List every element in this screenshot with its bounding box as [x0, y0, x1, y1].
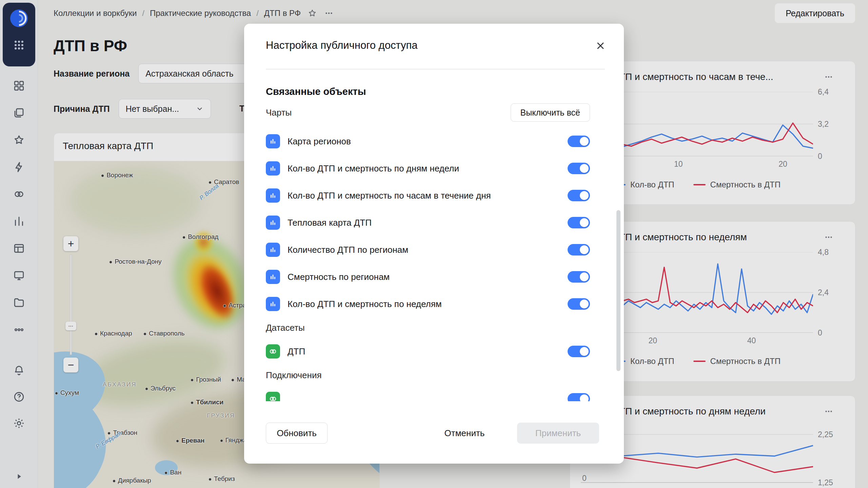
refresh-button[interactable]: Обновить [266, 423, 328, 444]
chart-type-icon [266, 188, 280, 203]
chart-type-icon [266, 216, 280, 230]
toggle-row: Карта регионов [266, 128, 590, 155]
chart-type-icon [266, 243, 280, 257]
toggle-switch[interactable] [568, 271, 590, 283]
dataset-icon [266, 344, 280, 359]
toggle-row-label: Кол-во ДТП и смертность по часам в течен… [288, 190, 568, 201]
toggle-row-label: ДТП [288, 346, 568, 357]
toggle-row-label: Количество ДТП по регионам [288, 245, 568, 255]
toggle-switch[interactable] [568, 190, 590, 201]
toggle-row: Тепловая карта ДТП [266, 209, 590, 236]
toggle-row: Смертность по регионам [266, 263, 590, 290]
toggle-switch[interactable] [568, 298, 590, 310]
toggle-row: Кол-во ДТП и смертность по неделям [266, 290, 590, 318]
disable-all-button[interactable]: Выключить всё [511, 103, 590, 122]
chart-type-icon [266, 134, 280, 148]
toggle-switch[interactable] [568, 244, 590, 256]
toggle-switch[interactable] [568, 136, 590, 147]
toggle-switch[interactable] [568, 346, 590, 357]
toggle-row-label: Смертность по регионам [288, 272, 568, 282]
toggle-row: Кол-во ДТП и смертность по дням недели [266, 155, 590, 182]
connection-icon [266, 392, 280, 401]
toggle-row [266, 385, 590, 401]
toggle-row: Кол-во ДТП и смертность по часам в течен… [266, 182, 590, 209]
public-access-dialog: Настройка публичного доступа Связанные о… [244, 24, 624, 464]
toggle-row-label: Тепловая карта ДТП [288, 218, 568, 228]
charts-toggle-list: Карта регионов Кол-во ДТП и смертность п… [266, 128, 590, 318]
toggle-switch[interactable] [568, 393, 590, 401]
toggle-row-label: Карта регионов [288, 136, 568, 147]
chart-type-icon [266, 161, 280, 176]
charts-group-label: Чарты [266, 107, 292, 118]
connections-group-label: Подключения [266, 365, 590, 385]
toggle-row: Количество ДТП по регионам [266, 236, 590, 263]
cancel-button[interactable]: Отменить [438, 423, 491, 444]
chart-type-icon [266, 297, 280, 311]
toggle-row-label: Кол-во ДТП и смертность по неделям [288, 299, 568, 309]
toggle-switch[interactable] [568, 163, 590, 174]
dialog-title: Настройка публичного доступа [266, 39, 418, 52]
screen: Коллекции и воркбуки / Практические руко… [0, 0, 868, 488]
chart-type-icon [266, 270, 280, 284]
dialog-body: Связанные объекты Чарты Выключить всё Ка… [244, 69, 624, 401]
toggle-row: ДТП [266, 338, 590, 365]
apply-button: Применить [517, 423, 599, 444]
dialog-scrollbar-thumb[interactable] [616, 210, 620, 371]
related-objects-heading: Связанные объекты [266, 86, 590, 97]
toggle-row-label: Кол-во ДТП и смертность по дням недели [288, 163, 568, 174]
toggle-switch[interactable] [568, 217, 590, 228]
datasets-group-label: Датасеты [266, 318, 590, 338]
close-icon[interactable] [592, 37, 609, 54]
